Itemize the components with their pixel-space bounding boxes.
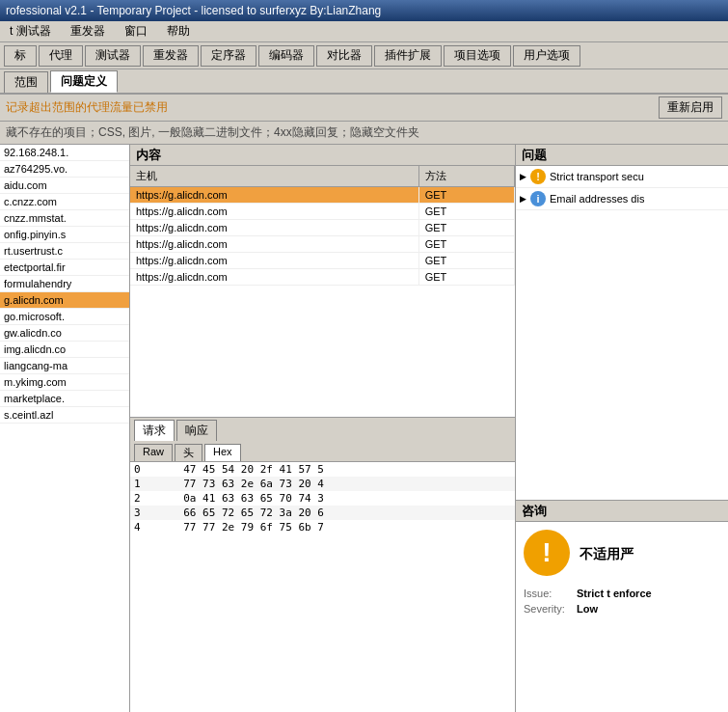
title-text: rofessional v2.1 - Temporary Project - l… xyxy=(6,4,381,17)
col-host: 主机 xyxy=(130,166,418,187)
advisory-issue-row: Issue: Strict t enforce xyxy=(524,588,720,599)
advisory-severity-label: Severity: xyxy=(524,603,577,615)
advisory-title: 不适用严 xyxy=(580,546,634,563)
advisory-severity-row: Severity: Low xyxy=(524,603,720,615)
right-panel: 问题 ▶!Strict transport secu▶iEmail addres… xyxy=(516,145,728,712)
hex-bytes: 77 77 2e 79 6f 75 6b 7 xyxy=(179,520,515,534)
issues-header: 问题 xyxy=(516,145,728,166)
advisory-issue-value: Strict t enforce xyxy=(577,588,652,599)
hex-offset: 1 xyxy=(130,477,179,491)
advisory-severity-value: Low xyxy=(577,603,598,615)
menu-item-repeater[interactable]: 重发器 xyxy=(65,21,111,41)
host-item[interactable]: rt.usertrust.c xyxy=(0,243,129,260)
expand-arrow-icon[interactable]: ▶ xyxy=(520,194,526,204)
table-row[interactable]: https://g.alicdn.comGET xyxy=(130,220,515,236)
tab-request[interactable]: 请求 xyxy=(134,420,175,441)
cell-method: GET xyxy=(418,269,514,286)
toolbar-btn-intruder[interactable]: 测试器 xyxy=(85,45,141,67)
expand-arrow-icon[interactable]: ▶ xyxy=(520,172,526,181)
issue-item[interactable]: ▶!Strict transport secu xyxy=(516,166,728,188)
host-item[interactable]: g.alicdn.com xyxy=(0,292,129,309)
cell-method: GET xyxy=(418,236,514,253)
toolbar-btn-sequencer[interactable]: 定序器 xyxy=(201,45,256,67)
host-item[interactable]: liangcang-ma xyxy=(0,358,129,374)
toolbar: 标 代理 测试器 重发器 定序器 编码器 对比器 插件扩展 项目选项 用户选项 xyxy=(0,42,728,69)
hex-bytes: 66 65 72 65 72 3a 20 6 xyxy=(179,506,515,520)
content-table-wrapper[interactable]: 主机 方法 https://g.alicdn.comGEThttps://g.a… xyxy=(130,166,515,417)
issue-item[interactable]: ▶iEmail addresses dis xyxy=(516,188,728,210)
hex-row: 477 77 2e 79 6f 75 6b 7 xyxy=(130,520,515,534)
host-item[interactable]: m.ykimg.com xyxy=(0,374,129,391)
col-method: 方法 xyxy=(418,166,514,187)
subtab-hex[interactable]: Hex xyxy=(204,444,241,461)
menu-item-help[interactable]: 帮助 xyxy=(161,21,196,41)
cell-method: GET xyxy=(418,204,514,220)
notice-text: 记录超出范围的代理流量已禁用 xyxy=(6,99,168,116)
host-item[interactable]: az764295.vo. xyxy=(0,161,129,178)
menu-bar: t 测试器 重发器 窗口 帮助 xyxy=(0,21,728,42)
host-item[interactable]: gw.alicdn.co xyxy=(0,325,129,342)
advisory-issue-label: Issue: xyxy=(524,588,577,599)
host-item[interactable]: etectportal.fir xyxy=(0,260,129,276)
hex-bytes: 0a 41 63 63 65 70 74 3 xyxy=(179,491,515,506)
host-item[interactable]: img.alicdn.co xyxy=(0,342,129,358)
issues-list: ▶!Strict transport secu▶iEmail addresses… xyxy=(516,166,728,500)
toolbar-btn-project-options[interactable]: 项目选项 xyxy=(444,45,511,67)
hex-bytes: 77 73 63 2e 6a 73 20 4 xyxy=(179,477,515,491)
table-row[interactable]: https://g.alicdn.comGET xyxy=(130,269,515,286)
toolbar-btn-decoder[interactable]: 编码器 xyxy=(258,45,314,67)
host-item[interactable]: go.microsoft. xyxy=(0,309,129,325)
tab-response[interactable]: 响应 xyxy=(176,420,217,441)
tab-issue-definitions[interactable]: 问题定义 xyxy=(50,70,118,93)
content-panel: 内容 主机 方法 https://g.alicdn.comGEThttps://… xyxy=(130,145,516,712)
host-item[interactable]: s.ceintl.azl xyxy=(0,407,129,424)
filter-text: 藏不存在的项目；CSS, 图片, 一般隐藏二进制文件；4xx隐藏回复；隐藏空文件… xyxy=(6,124,419,141)
host-item[interactable]: c.cnzz.com xyxy=(0,194,129,210)
advisory-content: ! 不适用严 Issue: Strict t enforce Severity:… xyxy=(516,522,728,712)
notice-bar: 记录超出范围的代理流量已禁用 重新启用 xyxy=(0,95,728,122)
menu-item-window[interactable]: 窗口 xyxy=(119,21,153,41)
hex-offset: 3 xyxy=(130,506,179,520)
hex-area[interactable]: 047 45 54 20 2f 41 57 5177 73 63 2e 6a 7… xyxy=(130,462,515,713)
host-item[interactable]: 92.168.248.1. xyxy=(0,145,129,161)
hex-bytes: 47 45 54 20 2f 41 57 5 xyxy=(179,462,515,477)
host-item[interactable]: formulahendry xyxy=(0,276,129,292)
cell-host: https://g.alicdn.com xyxy=(130,236,418,253)
advisory-panel: 咨询 ! 不适用严 Issue: Strict t enforce Severi… xyxy=(516,500,728,712)
cell-host: https://g.alicdn.com xyxy=(130,269,418,286)
content-header: 内容 xyxy=(130,145,515,166)
toolbar-btn-extender[interactable]: 插件扩展 xyxy=(374,45,442,67)
table-row[interactable]: https://g.alicdn.comGET xyxy=(130,204,515,220)
advisory-warning-icon: ! xyxy=(524,530,570,576)
toolbar-btn-repeater[interactable]: 重发器 xyxy=(143,45,199,67)
subtab-head[interactable]: 头 xyxy=(175,444,202,461)
toolbar-btn-user-options[interactable]: 用户选项 xyxy=(513,45,580,67)
hex-offset: 2 xyxy=(130,491,179,506)
request-response-tabs: 请求 响应 xyxy=(130,417,515,442)
tab-row: 范围 问题定义 xyxy=(0,69,728,95)
host-list-panel: 92.168.248.1.az764295.vo.aidu.comc.cnzz.… xyxy=(0,145,130,712)
toolbar-btn-proxy[interactable]: 代理 xyxy=(39,45,83,67)
subtab-raw[interactable]: Raw xyxy=(134,444,173,461)
host-item[interactable]: cnzz.mmstat. xyxy=(0,210,129,227)
info-icon: i xyxy=(530,191,546,206)
toolbar-btn-target[interactable]: 标 xyxy=(4,45,37,67)
menu-item-test[interactable]: t 测试器 xyxy=(4,21,57,41)
main-area: 92.168.248.1.az764295.vo.aidu.comc.cnzz.… xyxy=(0,145,728,712)
host-item[interactable]: aidu.com xyxy=(0,178,129,194)
hex-subtabs: Raw 头 Hex xyxy=(130,442,515,462)
title-bar: rofessional v2.1 - Temporary Project - l… xyxy=(0,0,728,21)
cell-method: GET xyxy=(418,187,514,204)
hex-row: 177 73 63 2e 6a 73 20 4 xyxy=(130,477,515,491)
reenable-button[interactable]: 重新启用 xyxy=(659,96,722,119)
tab-scope[interactable]: 范围 xyxy=(4,71,48,93)
toolbar-btn-comparer[interactable]: 对比器 xyxy=(316,45,372,67)
hex-offset: 0 xyxy=(130,462,179,477)
host-item[interactable]: onfig.pinyin.s xyxy=(0,227,129,243)
cell-host: https://g.alicdn.com xyxy=(130,187,418,204)
host-item[interactable]: marketplace. xyxy=(0,391,129,407)
issue-text: Email addresses dis xyxy=(550,193,644,205)
table-row[interactable]: https://g.alicdn.comGET xyxy=(130,236,515,253)
table-row[interactable]: https://g.alicdn.comGET xyxy=(130,187,515,204)
table-row[interactable]: https://g.alicdn.comGET xyxy=(130,253,515,269)
